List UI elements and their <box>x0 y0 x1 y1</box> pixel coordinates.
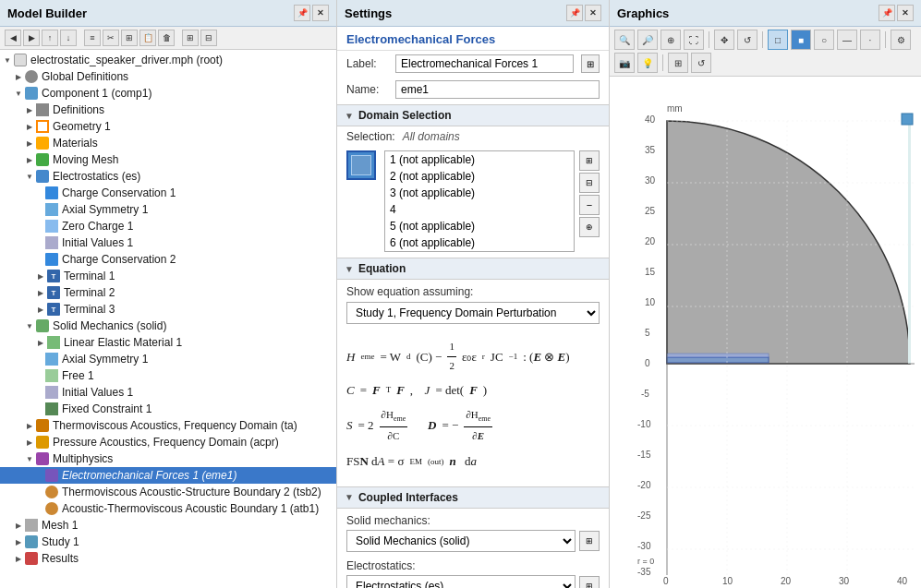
tree-item-initial-vals1[interactable]: Initial Values 1 <box>0 234 336 251</box>
tree-item-pressure-acoustics[interactable]: Pressure Acoustics, Frequency Domain (ac… <box>0 434 336 450</box>
tree-item-eme1[interactable]: Electromechanical Forces 1 (eme1) <box>0 467 336 484</box>
tree-item-study1[interactable]: Study 1 <box>0 534 336 550</box>
expand-all-button[interactable]: ⊞ <box>182 30 199 46</box>
tree-item-zero-charge1[interactable]: Zero Charge 1 <box>0 218 336 234</box>
expand-terminal1[interactable] <box>35 270 46 282</box>
tree-item-mesh1[interactable]: Mesh 1 <box>0 517 336 534</box>
tree-item-ta-boundary2[interactable]: Thermoviscous Acoustic-Structure Boundar… <box>0 484 336 500</box>
zoom-extents-button[interactable]: ⛶ <box>684 30 704 50</box>
domain-copy-button[interactable]: ⊟ <box>579 173 600 193</box>
tree-item-axial-sym-solid[interactable]: Axial Symmetry 1 <box>0 351 336 367</box>
tree-item-electrostatics[interactable]: Electrostatics (es) <box>0 168 336 185</box>
tree-item-results[interactable]: Results <box>0 550 336 567</box>
zoom-selection-button[interactable]: ⊕ <box>660 30 681 50</box>
ortho-button[interactable]: ⊞ <box>668 53 688 73</box>
expand-root[interactable] <box>2 54 13 66</box>
tree-item-axial-sym1[interactable]: Axial Symmetry 1 <box>0 201 336 218</box>
tree-item-multiphysics[interactable]: Multiphysics <box>0 450 336 467</box>
domain-move-button[interactable]: ⊕ <box>579 217 600 237</box>
tree-item-at-boundary1[interactable]: Acoustic-Thermoviscous Acoustic Boundary… <box>0 500 336 517</box>
tree-item-moving-mesh[interactable]: Moving Mesh <box>0 151 336 168</box>
tree-item-global-defs[interactable]: Global Definitions <box>0 68 336 85</box>
select-edge-button[interactable]: — <box>837 30 857 50</box>
down-button[interactable]: ↓ <box>60 30 77 46</box>
select-all-button[interactable]: □ <box>768 30 788 50</box>
tree-item-thermo-acoustics[interactable]: Thermoviscous Acoustics, Frequency Domai… <box>0 417 336 434</box>
select-point-button[interactable]: · <box>860 30 880 50</box>
reset-view-button[interactable]: ↺ <box>691 53 711 73</box>
name-field-input[interactable] <box>395 80 600 99</box>
domain-item-3[interactable]: 3 (not applicable) <box>385 185 574 201</box>
settings-pin-button[interactable]: 📌 <box>566 5 583 21</box>
tree-item-free1[interactable]: Free 1 <box>0 367 336 384</box>
tree-item-initial-vals-solid[interactable]: Initial Values 1 <box>0 384 336 401</box>
expand-moving-mesh[interactable] <box>24 154 35 165</box>
expand-definitions[interactable] <box>24 104 35 115</box>
expand-multiphysics[interactable] <box>24 453 35 464</box>
copy-button[interactable]: ⊞ <box>121 30 138 46</box>
tree-item-geometry1[interactable]: Geometry 1 <box>0 118 336 135</box>
zoom-in-button[interactable]: 🔍 <box>614 30 635 50</box>
expand-thermo-acoustics[interactable] <box>24 420 35 431</box>
expand-mesh1[interactable] <box>13 520 24 531</box>
expand-pressure-acoustics[interactable] <box>24 437 35 448</box>
expand-results[interactable] <box>13 553 24 564</box>
tree-item-terminal2[interactable]: T Terminal 2 <box>0 284 336 301</box>
back-button[interactable]: ◀ <box>5 30 21 46</box>
scene-light-button[interactable]: 💡 <box>637 53 658 73</box>
expand-geometry1[interactable] <box>24 121 35 132</box>
graphics-pin-button[interactable]: 📌 <box>879 5 895 21</box>
rotate-button[interactable]: ↺ <box>737 30 757 50</box>
expand-linear-elastic1[interactable] <box>35 337 46 348</box>
tree-item-linear-elastic1[interactable]: Linear Elastic Material 1 <box>0 334 336 351</box>
tree-item-component1[interactable]: Component 1 (comp1) <box>0 85 336 102</box>
paste-button[interactable]: 📋 <box>139 30 156 46</box>
coupled-interfaces-section[interactable]: ▼ Coupled Interfaces <box>337 486 609 509</box>
settings-button[interactable]: ⚙ <box>891 30 911 50</box>
graphics-canvas[interactable]: 40 35 30 25 20 15 10 5 0 -5 -10 -15 -20 … <box>610 77 921 588</box>
tree-item-terminal1[interactable]: T Terminal 1 <box>0 268 336 284</box>
label-field-input[interactable] <box>395 54 574 73</box>
menu-button[interactable]: ≡ <box>84 30 101 46</box>
expand-terminal2[interactable] <box>35 287 46 298</box>
cut-button[interactable]: ✂ <box>103 30 119 46</box>
collapse-all-button[interactable]: ⊟ <box>200 30 217 46</box>
select-domain-button[interactable]: ■ <box>791 30 811 50</box>
delete-button[interactable]: 🗑 <box>158 30 175 46</box>
up-button[interactable]: ↑ <box>42 30 58 46</box>
select-boundary-button[interactable]: ○ <box>814 30 834 50</box>
expand-terminal3[interactable] <box>35 304 46 315</box>
snapshot-button[interactable]: 📷 <box>614 53 635 73</box>
label-field-button[interactable]: ⊞ <box>581 54 600 73</box>
equation-select[interactable]: Study 1, Frequency Domain Perturbation <box>346 302 600 324</box>
tree-item-materials[interactable]: Materials <box>0 135 336 151</box>
expand-component1[interactable] <box>13 88 24 99</box>
expand-solid-mech[interactable] <box>24 320 35 331</box>
domain-selection-section[interactable]: ▼ Domain Selection <box>337 104 609 126</box>
solid-mechanics-select[interactable]: Solid Mechanics (solid) <box>346 530 576 552</box>
domain-item-4[interactable]: 4 <box>385 201 574 218</box>
tree-item-root[interactable]: electrostatic_speaker_driver.mph (root) <box>0 52 336 68</box>
domain-item-6[interactable]: 6 (not applicable) <box>385 234 574 251</box>
tree-item-terminal3[interactable]: T Terminal 3 <box>0 301 336 318</box>
forward-button[interactable]: ▶ <box>23 30 40 46</box>
domain-item-5[interactable]: 5 (not applicable) <box>385 218 574 234</box>
electrostatics-select[interactable]: Electrostatics (es) <box>346 575 576 588</box>
expand-materials[interactable] <box>24 138 35 149</box>
pin-button[interactable]: 📌 <box>294 5 310 21</box>
tree-item-charge-con1[interactable]: Charge Conservation 1 <box>0 185 336 201</box>
tree-item-fixed-constraint1[interactable]: Fixed Constraint 1 <box>0 401 336 417</box>
expand-electrostatics[interactable] <box>24 171 35 182</box>
equation-section[interactable]: ▼ Equation <box>337 258 609 280</box>
settings-close-button[interactable]: ✕ <box>585 5 601 21</box>
domain-remove-button[interactable]: − <box>579 195 600 215</box>
tree-item-solid-mech[interactable]: Solid Mechanics (solid) <box>0 318 336 334</box>
close-button[interactable]: ✕ <box>312 5 329 21</box>
electrostatics-settings-button[interactable]: ⊞ <box>579 576 600 588</box>
domain-item-2[interactable]: 2 (not applicable) <box>385 168 574 185</box>
tree-item-definitions[interactable]: Definitions <box>0 102 336 118</box>
expand-global[interactable] <box>13 71 24 82</box>
pan-button[interactable]: ✥ <box>714 30 734 50</box>
solid-mechanics-settings-button[interactable]: ⊞ <box>579 531 600 551</box>
expand-study1[interactable] <box>13 536 24 547</box>
